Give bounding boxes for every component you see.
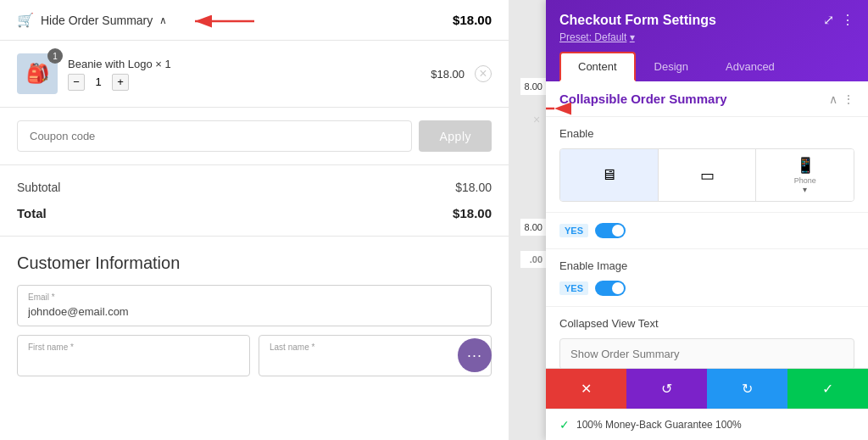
- order-summary-toggle[interactable]: 🛒 Hide Order Summary ∧ $18.00: [0, 0, 509, 41]
- enable-toggle-field: YES: [546, 213, 868, 249]
- enable-image-toggle-knob: [612, 282, 624, 294]
- tab-content[interactable]: Content: [559, 52, 636, 81]
- last-name-label: Last name *: [270, 343, 481, 352]
- settings-bottom-bar: ✕ ↺ ↻ ✓: [546, 368, 868, 409]
- cancel-button[interactable]: ✕: [546, 369, 626, 409]
- redo-button[interactable]: ↻: [707, 369, 787, 409]
- collapsed-view-input[interactable]: [559, 338, 854, 368]
- subtotal-value: $18.00: [455, 181, 492, 194]
- product-quantity-badge: 1: [47, 48, 63, 64]
- device-selector: 🖥 ▭ 📱 Phone ▾: [559, 148, 854, 202]
- coupon-row: Apply: [0, 108, 509, 165]
- order-summary-body: 🎒 1 Beanie with Logo × 1 − 1 + $18.00 ×: [0, 41, 509, 108]
- total-label: Total: [17, 206, 47, 220]
- first-name-field[interactable]: First name *: [17, 335, 250, 376]
- section-more-icon[interactable]: ⋮: [843, 92, 854, 106]
- enable-field: Enable 🖥 ▭ 📱 Phone ▾: [546, 117, 868, 213]
- enable-image-toggle-switch[interactable]: [595, 281, 626, 296]
- device-desktop-button[interactable]: 🖥: [560, 149, 659, 201]
- quantity-control: − 1 +: [68, 74, 420, 91]
- collapsible-order-summary-section-header[interactable]: Collapsible Order Summary ∧ ⋮: [546, 81, 868, 117]
- save-button[interactable]: ✓: [787, 369, 868, 409]
- toggle-yes-label: YES: [559, 224, 588, 237]
- settings-panel-title: Checkout Form Settings: [559, 13, 716, 28]
- undo-button[interactable]: ↺: [626, 369, 707, 409]
- settings-header: Checkout Form Settings ⤢ ⋮ Preset: Defau…: [546, 0, 868, 81]
- customer-section-title: Customer Information: [17, 253, 492, 273]
- cart-icon: 🛒: [17, 12, 34, 28]
- quantity-increase-button[interactable]: +: [112, 74, 129, 91]
- device-tablet-button[interactable]: ▭: [659, 149, 757, 201]
- settings-panel: Checkout Form Settings ⤢ ⋮ Preset: Defau…: [546, 0, 868, 440]
- product-info: Beanie with Logo × 1 − 1 +: [68, 58, 420, 91]
- order-summary-toggle-label: Hide Order Summary: [41, 14, 153, 27]
- toggle-knob: [612, 225, 624, 237]
- product-name: Beanie with Logo × 1: [68, 58, 420, 70]
- email-field[interactable]: Email *: [17, 285, 492, 326]
- tab-advanced[interactable]: Advanced: [707, 52, 793, 81]
- enable-image-yes-label: YES: [559, 281, 588, 295]
- enable-image-label: Enable Image: [559, 259, 854, 272]
- settings-tabs: Content Design Advanced: [559, 52, 854, 81]
- remove-product-button[interactable]: ×: [475, 65, 492, 82]
- tab-design[interactable]: Design: [636, 52, 707, 81]
- preset-dropdown-icon: ▾: [630, 31, 635, 43]
- money-back-text: 100% Money-Back Guarantee 100%: [576, 419, 742, 431]
- money-back-bar: ✓ 100% Money-Back Guarantee 100%: [546, 409, 868, 440]
- enable-image-field: Enable Image YES: [546, 249, 868, 307]
- device-phone-button[interactable]: 📱 Phone ▾: [756, 149, 854, 201]
- email-label: Email *: [28, 292, 481, 302]
- collapsed-view-text-field: Collapsed View Text: [546, 307, 868, 368]
- total-value: $18.00: [453, 206, 492, 220]
- name-row: First name * Last name *: [17, 335, 492, 385]
- subtotal-label: Subtotal: [17, 181, 60, 194]
- tablet-icon: ▭: [700, 166, 715, 185]
- preset-selector[interactable]: Preset: Default ▾: [559, 31, 854, 43]
- grand-total-row: Total $18.00: [17, 203, 492, 224]
- section-title: Collapsible Order Summary: [559, 92, 727, 106]
- quantity-value: 1: [90, 75, 107, 88]
- last-name-field[interactable]: Last name *: [259, 335, 492, 376]
- chevron-up-icon: ∧: [159, 14, 167, 26]
- apply-coupon-button[interactable]: Apply: [419, 120, 492, 152]
- order-summary-header-price: $18.00: [453, 13, 492, 27]
- phone-dropdown-icon: ▾: [803, 185, 807, 194]
- coupon-input[interactable]: [17, 120, 412, 152]
- enable-label: Enable: [559, 127, 854, 140]
- enable-toggle-switch[interactable]: [595, 223, 626, 238]
- checkmark-icon: ✓: [559, 418, 570, 432]
- first-name-input[interactable]: [28, 355, 239, 368]
- totals-section: Subtotal $18.00 Total $18.00: [0, 165, 509, 237]
- last-name-input[interactable]: [270, 355, 481, 368]
- fab-menu-button[interactable]: ···: [458, 338, 492, 372]
- product-image-wrap: 🎒 1: [17, 53, 58, 94]
- more-options-icon[interactable]: ⋮: [841, 12, 854, 28]
- subtotal-row: Subtotal $18.00: [17, 177, 492, 198]
- phone-label: Phone: [794, 176, 816, 185]
- email-input[interactable]: [28, 305, 481, 318]
- first-name-label: First name *: [28, 343, 239, 352]
- enable-toggle-row: YES: [559, 223, 854, 238]
- quantity-decrease-button[interactable]: −: [68, 74, 85, 91]
- expand-icon[interactable]: ⤢: [823, 12, 834, 28]
- collapse-section-icon[interactable]: ∧: [829, 92, 837, 106]
- enable-image-toggle-row: YES: [559, 281, 854, 296]
- product-price: $18.00: [431, 68, 465, 81]
- settings-content: Collapsible Order Summary ∧ ⋮ Enable 🖥 ▭…: [546, 81, 868, 368]
- phone-icon: 📱: [796, 156, 815, 175]
- desktop-icon: 🖥: [601, 166, 616, 184]
- customer-information-section: Customer Information Email * First name …: [0, 237, 509, 385]
- collapsed-view-label: Collapsed View Text: [559, 317, 854, 330]
- preset-label: Preset: Default: [559, 31, 626, 43]
